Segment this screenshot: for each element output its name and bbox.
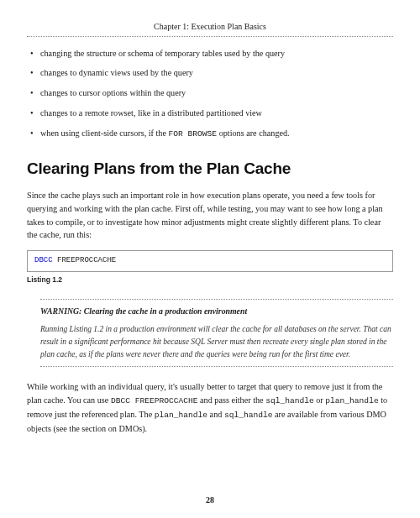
- text: and: [207, 410, 224, 419]
- page-number: 28: [0, 494, 420, 507]
- warning-bottom-rule: [40, 366, 393, 367]
- list-item: changes to cursor options within the que…: [27, 86, 393, 100]
- warning-top-rule: [40, 299, 393, 300]
- bullet-list: changing the structure or schema of temp…: [27, 47, 393, 141]
- inline-code: plan_handle: [155, 411, 207, 420]
- text: and pass either the: [198, 395, 266, 405]
- header-rule: [27, 36, 393, 37]
- intro-paragraph: Since the cache plays such an important …: [27, 189, 393, 242]
- inline-code: sql_handle: [265, 396, 314, 406]
- inline-code: FOR BROWSE: [169, 129, 218, 139]
- inline-code: DBCC FREEPROCCACHE: [111, 396, 198, 406]
- bullet-text-prefix: when using client-side cursors, if the: [40, 128, 169, 138]
- listing-label: Listing 1.2: [27, 275, 393, 285]
- inline-code: sql_handle: [224, 411, 273, 420]
- chapter-header: Chapter 1: Execution Plan Basics: [27, 20, 393, 34]
- warning-box: WARNING: Clearing the cache in a product…: [40, 299, 393, 367]
- closing-paragraph: While working with an individual query, …: [27, 380, 393, 435]
- code-listing: DBCC FREEPROCCACHE: [27, 250, 393, 272]
- inline-code: plan_handle: [325, 396, 378, 406]
- list-item: changing the structure or schema of temp…: [27, 47, 393, 60]
- code-keyword: DBCC: [34, 256, 53, 264]
- list-item: changes to a remote rowset, like in a di…: [27, 107, 393, 120]
- warning-body: Running Listing 1.2 in a production envi…: [40, 323, 393, 362]
- text: or: [314, 395, 326, 405]
- section-heading: Clearing Plans from the Plan Cache: [27, 156, 393, 181]
- code-rest: FREEPROCCACHE: [53, 256, 117, 264]
- list-item: when using client-side cursors, if the F…: [27, 127, 393, 141]
- warning-title: WARNING: Clearing the cache in a product…: [40, 305, 393, 317]
- list-item: changes to dynamic views used by the que…: [27, 66, 393, 80]
- bullet-text-suffix: options are changed.: [217, 128, 290, 138]
